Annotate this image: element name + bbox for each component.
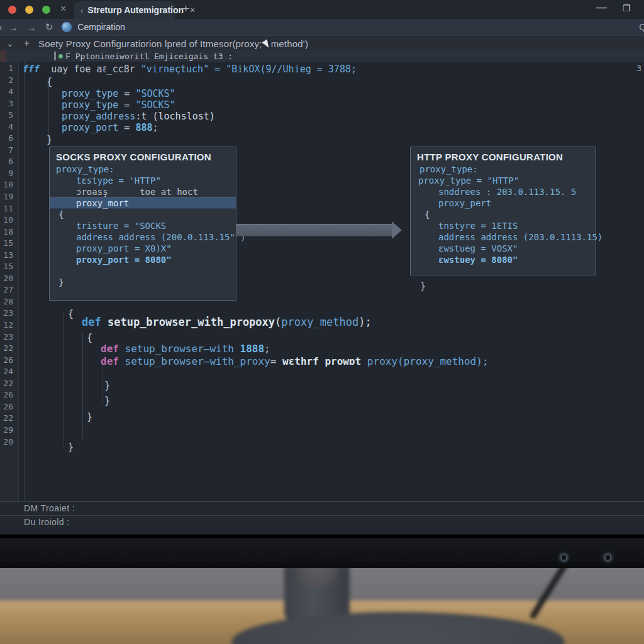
status-row-1: DM Troaiet : — [0, 501, 644, 515]
code-token: proxy_method — [281, 316, 358, 328]
code-line: } — [87, 411, 92, 423]
panel-row-text: proxy_pert — [438, 198, 491, 208]
code-token: proxy_port — [62, 122, 118, 133]
line-number: 11 — [0, 203, 18, 215]
panel-row-text: proxy_port = 8080" — [76, 255, 172, 265]
line-number: 18 — [0, 226, 18, 238]
plus-icon[interactable]: + — [24, 38, 30, 49]
flow-arrow — [236, 224, 392, 236]
panel-row-text: proxy_type: — [56, 164, 114, 174]
panel-row-highlighted[interactable]: proxy_mort — [50, 197, 236, 209]
panel-row: proxy_port = 8080" — [50, 254, 236, 265]
code-token: "SOCKS" — [135, 88, 175, 99]
panel-row: { — [50, 209, 236, 220]
caret-bar — [54, 52, 56, 60]
panel-row-text: { — [425, 209, 430, 219]
code-token: ( — [275, 316, 281, 328]
socks-proxy-panel: SOCKS PROXY CONFIGURATION proxy_type:tɛs… — [49, 147, 236, 301]
line-number: 19 — [0, 191, 18, 203]
document-title-row: ⌄ + Soety Proxy Configuratiorion lpred o… — [0, 35, 644, 51]
new-tab-button[interactable]: + — [182, 2, 189, 16]
panel-title: HTTP PROXY CONFIGURATION — [411, 147, 596, 164]
code-content[interactable]: 3 SOCKS PROXY CONFIGURATION proxy_type:t… — [19, 62, 644, 501]
panel-row-text: address address (203.0.1113.15) — [438, 232, 602, 242]
code-line: } — [47, 134, 52, 145]
code-token: } — [68, 441, 74, 453]
code-token: = — [118, 99, 135, 111]
line-number: 26 — [0, 389, 18, 401]
line-number: 22 — [0, 343, 18, 355]
code-token: setup_browser–with — [119, 343, 240, 355]
code-line: proxy_port = 888; — [62, 122, 158, 133]
minimize-traffic-light[interactable] — [25, 6, 33, 14]
code-token: { — [87, 332, 92, 343]
browser-tab[interactable]: ‹ Streturp Autemigration × — [74, 1, 175, 19]
close-traffic-light[interactable] — [8, 6, 16, 14]
code-token: setup_browser–with_proxy — [119, 355, 270, 367]
reload-icon[interactable]: ↻ — [45, 21, 53, 33]
code-line: } — [68, 441, 74, 453]
panel-row: proxy_pert — [411, 197, 596, 209]
code-line: def setup_browser–with 1888; — [101, 343, 270, 355]
tab-bar: × ‹ Streturp Autemigration × + — ❐ — [0, 0, 644, 19]
code-token: } — [47, 134, 52, 145]
code-token: ); — [358, 316, 371, 328]
code-token: :t — [135, 111, 152, 122]
line-number: 1 — [0, 63, 18, 75]
zoom-traffic-light[interactable] — [42, 6, 50, 14]
code-token: def — [101, 343, 119, 355]
code-line: } — [104, 380, 110, 391]
chevron-down-icon[interactable]: ⌄ — [6, 38, 14, 48]
arrow-head-icon — [392, 221, 402, 239]
code-token: 888 — [135, 122, 152, 133]
line-number: 13 — [0, 250, 18, 262]
code-line: } — [420, 280, 426, 292]
line-number: 20 — [0, 436, 18, 448]
panel-title: SOCKS PROXY CONFIGURATION — [50, 147, 236, 164]
forward-arrow-icon-2[interactable]: → — [27, 22, 36, 33]
code-token: proxy(proxy_method); — [367, 355, 489, 367]
panel-row: snddrees : 203.0.113.15. 5 — [411, 186, 596, 197]
code-token: uay foe aℓ_cc8r — [40, 64, 141, 75]
code-line: proxy_address:t (lochslost) — [62, 111, 215, 122]
forward-arrow-icon[interactable]: → — [9, 22, 18, 33]
panel-row-text: proxy_type: — [419, 164, 478, 174]
gutter-marker — [0, 50, 6, 62]
code-line: { — [47, 76, 52, 87]
panel-row: proxy_type = "HTTP" — [411, 175, 596, 186]
code-token: } — [104, 395, 110, 406]
code-token: "virneçtuch" = "BikOX(9//Uhieg = 3788; — [141, 64, 357, 75]
code-token: proxy_type — [62, 99, 118, 111]
code-token: { — [68, 308, 74, 319]
tab-close-icon[interactable]: × — [190, 5, 195, 15]
line-number: 28 — [0, 296, 18, 308]
stand-cable-hole — [294, 568, 340, 588]
window-maximize-button[interactable]: ❐ — [623, 3, 631, 13]
panel-row-text: address address (200.0.113.15"') — [76, 232, 246, 242]
line-number: 22 — [0, 413, 18, 425]
code-token: def — [82, 316, 101, 328]
code-token: fff — [23, 64, 40, 75]
breadcrumb-row: F Pptonineiworitl Emjiceigais t3 : — [0, 50, 644, 62]
search-partial-icon[interactable]: Q — [639, 21, 644, 32]
line-number: 7 — [0, 145, 18, 157]
close-icon[interactable]: × — [60, 3, 66, 14]
panel-row: ɛwstueg = VOSX" — [411, 243, 596, 254]
panel-row: proxy_type: — [411, 164, 596, 175]
code-editor: 1243546769101911101815131520272823122322… — [0, 62, 644, 501]
tab-favicon-icon: ‹ — [80, 6, 83, 15]
code-line: def setup_browser_with_propoxy(proxy_met… — [82, 316, 372, 328]
code-token: wɛthrf prowɒt — [282, 355, 367, 367]
panel-row-text: proxy_port = X0)X" — [76, 243, 172, 253]
code-line: { — [68, 308, 74, 319]
line-number: 4 — [0, 86, 18, 98]
line-number-gutter: 1243546769101911101815131520272823122322… — [0, 62, 19, 501]
code-line: { — [87, 332, 92, 343]
panel-row-text: snddrees : 203.0.113.15. 5 — [438, 187, 576, 197]
code-token: = — [270, 355, 282, 367]
page-title-post: method') — [271, 38, 309, 49]
window-minimize-button[interactable]: — — [596, 1, 607, 14]
line-number: 15 — [0, 261, 18, 273]
back-partial-icon[interactable]: × — [0, 22, 3, 33]
url-text[interactable]: Cempiration — [77, 22, 125, 32]
